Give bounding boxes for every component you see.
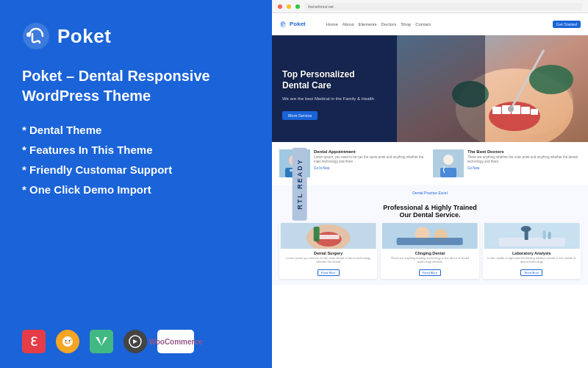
- read-more-btn-2[interactable]: Read More: [419, 269, 441, 276]
- browser-topbar: themeforest.net: [272, 0, 588, 13]
- svg-point-28: [443, 155, 453, 165]
- services-label: Dental Practice Excel: [279, 191, 581, 195]
- preview-services-section: Dental Practice Excel Professional & Hig…: [272, 185, 588, 285]
- mailchimp-icon: [56, 330, 79, 353]
- preview-browser: themeforest.net Poket Home About Element…: [272, 0, 588, 368]
- svg-rect-33: [318, 235, 340, 239]
- card-2-text: The Best Doctors There are anything whet…: [467, 149, 581, 177]
- preview-hero: Top Personalized Dental Care We are the …: [272, 35, 588, 142]
- svg-point-42: [520, 226, 531, 232]
- right-panel: RTL READY themeforest.net: [272, 0, 588, 368]
- svg-rect-17: [531, 109, 538, 115]
- svg-rect-44: [548, 232, 551, 239]
- rtl-badge: RTL READY: [293, 147, 307, 220]
- svg-point-2: [62, 336, 73, 347]
- logo-icon: [22, 22, 50, 50]
- svg-rect-38: [397, 238, 463, 245]
- service-img-3: [483, 223, 581, 249]
- address-bar: themeforest.net: [304, 3, 582, 10]
- card-2-image: [433, 149, 464, 177]
- elementor-icon: ℇ: [22, 330, 46, 353]
- svg-rect-29: [440, 168, 456, 177]
- logo-text: Poket: [57, 25, 111, 48]
- hero-subtitle: We are the best Medical in the Family & …: [282, 96, 374, 101]
- preview-nav: Poket Home About Elements Doctors Shop C…: [272, 13, 588, 35]
- svg-point-1: [26, 32, 31, 37]
- service-card-3: Laboratory Analysis In the middle of rig…: [483, 223, 581, 279]
- theme-title: Poket – Dental Responsive WordPress Them…: [22, 66, 250, 106]
- services-grid: Dental Surgery Lorem ipsum you need to d…: [279, 223, 581, 279]
- card-1-text: Dental Appointment Lorem ipsum, you need…: [314, 149, 427, 177]
- svg-point-19: [508, 106, 514, 112]
- feature-item-3: * Friendly Customar Support: [22, 163, 250, 176]
- features-list: * Dental Theme * Features In This Theme …: [22, 124, 250, 315]
- hero-cta-button: More Service: [282, 111, 318, 120]
- preview-wrapper: themeforest.net Poket Home About Element…: [272, 0, 588, 368]
- svg-rect-22: [397, 35, 485, 142]
- hero-title: Top Personalized Dental Care: [282, 57, 374, 92]
- service-info-2: Clinging Dental There are anything leadi…: [381, 249, 478, 279]
- woocommerce-icon: WooCommerce: [157, 330, 194, 353]
- svg-point-20: [529, 65, 573, 94]
- svg-rect-13: [492, 107, 501, 114]
- service-card-1: Dental Surgery Lorem ipsum you need to d…: [279, 223, 377, 279]
- browser-dot-yellow: [287, 4, 291, 9]
- plugin-icons-bar: ℇ WooCommerce: [22, 330, 250, 353]
- svg-rect-43: [542, 230, 545, 239]
- preview-nav-links: Home About Elements Doctors Shop Contact: [326, 22, 547, 26]
- svg-point-4: [69, 340, 71, 342]
- read-more-btn-3[interactable]: Read More: [520, 269, 542, 276]
- service-info-3: Laboratory Analysis In the middle of rig…: [483, 249, 581, 279]
- logo-area: Poket: [22, 22, 250, 50]
- feature-item-1: * Dental Theme: [22, 124, 250, 136]
- browser-dot-green: [295, 4, 300, 9]
- svg-point-0: [23, 23, 49, 49]
- svg-rect-34: [314, 227, 320, 241]
- preview-card-2: The Best Doctors There are anything whet…: [433, 149, 581, 177]
- preview-nav-logo: Poket: [279, 21, 306, 28]
- woo-text: WooCommerce: [148, 338, 202, 346]
- preview-cards-section: Dental Appointment Lorem ipsum, you need…: [272, 142, 588, 185]
- preview-nav-cta: Get Started: [553, 21, 581, 28]
- service-img-2: [381, 223, 478, 249]
- feature-item-2: * Features In This Theme: [22, 144, 250, 156]
- vuejs-icon: [90, 330, 113, 353]
- svg-point-3: [65, 340, 67, 342]
- service-card-2: Clinging Dental There are anything leadi…: [381, 223, 478, 279]
- hero-content: Top Personalized Dental Care We are the …: [282, 57, 374, 120]
- read-more-btn-1[interactable]: Read More: [318, 269, 340, 276]
- svg-rect-16: [521, 107, 530, 114]
- services-title: Professional & Highly Trained Our Dental…: [279, 197, 581, 219]
- revolution-slider-icon: [123, 330, 147, 353]
- service-info-1: Dental Surgery Lorem ipsum you need to d…: [279, 249, 377, 279]
- left-panel: Poket Poket – Dental Responsive WordPres…: [0, 0, 272, 368]
- svg-rect-40: [498, 238, 564, 247]
- service-img-1: [279, 223, 377, 249]
- feature-item-4: * One Click Demo Import: [22, 183, 250, 196]
- browser-dot-red: [278, 4, 282, 9]
